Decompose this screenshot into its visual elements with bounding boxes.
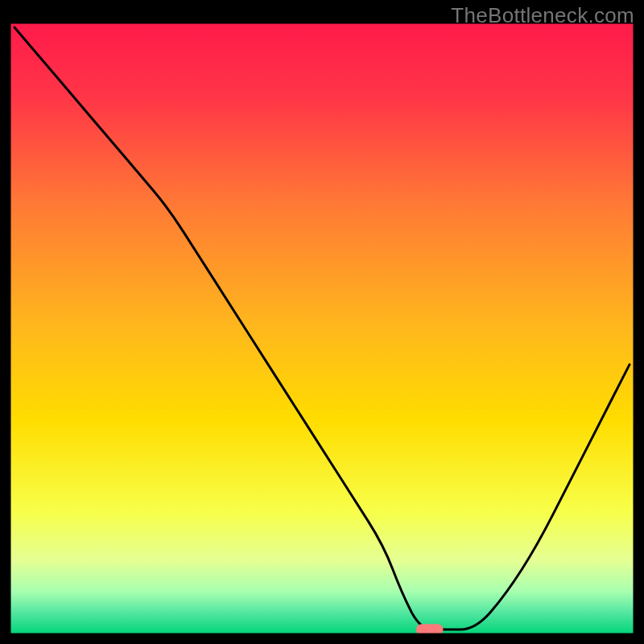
chart-container: TheBottleneck.com	[0, 0, 644, 644]
gradient-background	[10, 23, 634, 634]
bottleneck-chart	[0, 0, 644, 644]
watermark-text: TheBottleneck.com	[451, 3, 634, 28]
